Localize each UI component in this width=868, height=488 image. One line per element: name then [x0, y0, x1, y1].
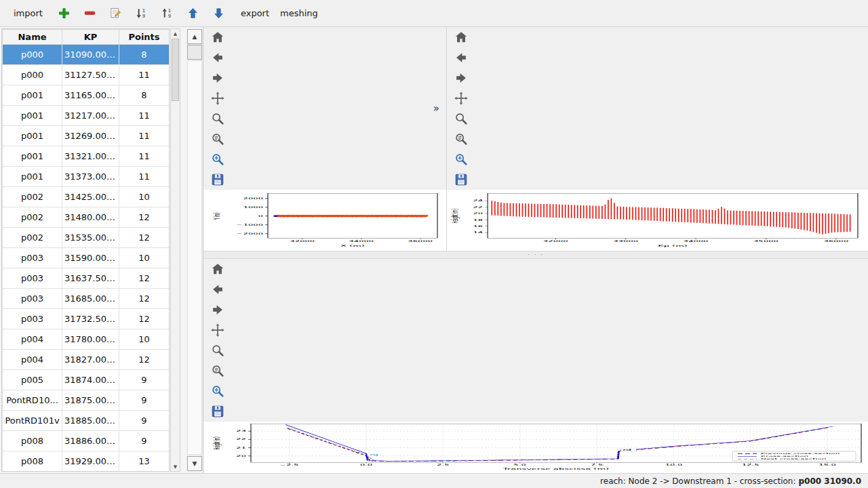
cell-points[interactable]: 8	[119, 45, 170, 65]
panel-scrollbar[interactable]: ▲ ▼	[186, 28, 203, 472]
back-button[interactable]	[208, 47, 228, 68]
cell-points[interactable]: 9	[119, 411, 170, 431]
cell-name[interactable]: p000	[3, 45, 62, 65]
cell-points[interactable]: 11	[119, 167, 170, 187]
table-row[interactable]: PontRD10...31875.00009	[3, 390, 170, 411]
cell-points[interactable]: 10	[119, 187, 170, 207]
cell-kp[interactable]: 31269.0000	[62, 126, 119, 146]
cell-points[interactable]: 11	[119, 65, 170, 85]
config-button[interactable]	[208, 361, 228, 381]
column-header-name[interactable]: Name	[3, 30, 62, 45]
zoom-rect-button[interactable]	[451, 149, 471, 169]
move-down-button[interactable]	[210, 4, 229, 23]
forward-button[interactable]	[451, 68, 471, 88]
cell-name[interactable]: p003	[3, 309, 62, 329]
config-button[interactable]	[451, 129, 471, 149]
table-row[interactable]: p00331590.000010	[3, 248, 170, 268]
zoom-rect-button[interactable]	[208, 381, 228, 401]
cell-kp[interactable]: 31590.0000	[62, 248, 119, 268]
horizontal-splitter[interactable]: · · ·	[203, 251, 868, 259]
cell-name[interactable]: p002	[3, 207, 62, 228]
cell-points[interactable]: 12	[119, 207, 170, 228]
table-row[interactable]: p00331637.500012	[3, 268, 170, 289]
save-button[interactable]	[451, 169, 471, 190]
pan-button[interactable]	[208, 88, 228, 108]
cell-kp[interactable]: 31535.0000	[62, 228, 119, 248]
cell-points[interactable]: 12	[119, 228, 170, 248]
cell-points[interactable]: 12	[119, 309, 170, 329]
cell-kp[interactable]: 31732.5000	[62, 309, 119, 329]
cell-kp[interactable]: 31217.0000	[62, 106, 119, 126]
cell-kp[interactable]: 31321.0000	[62, 146, 119, 167]
cell-name[interactable]: p001	[3, 106, 62, 126]
column-header-kp[interactable]: KP	[62, 30, 119, 45]
table-row[interactable]: p00031090.00008	[3, 45, 170, 65]
xy-plot-canvas[interactable]: 320003400036000−2000−1000010002000X (m)Y…	[203, 190, 446, 251]
cell-points[interactable]: 9	[119, 390, 170, 411]
cell-name[interactable]: p001	[3, 85, 62, 106]
cell-name[interactable]: p008	[3, 451, 62, 472]
table-row[interactable]: p00231425.000010	[3, 187, 170, 207]
add-button[interactable]	[55, 4, 74, 23]
table-row[interactable]: p00531874.00009	[3, 370, 170, 390]
panel-scrollbar-track[interactable]	[187, 60, 202, 455]
table-row[interactable]: p00431827.000012	[3, 350, 170, 370]
scroll-up-icon[interactable]: ▲	[171, 29, 180, 38]
cell-kp[interactable]: 31875.0000	[62, 390, 119, 411]
cell-kp[interactable]: 31929.0000	[62, 451, 119, 472]
import-button[interactable]: import	[8, 5, 48, 21]
cell-points[interactable]: 10	[119, 329, 170, 350]
column-header-points[interactable]: Points	[119, 30, 170, 45]
cell-kp[interactable]: 31127.5000	[62, 65, 119, 85]
remove-button[interactable]	[81, 4, 100, 23]
cell-points[interactable]: 11	[119, 146, 170, 167]
cell-points[interactable]: 11	[119, 126, 170, 146]
scroll-up-button[interactable]: ▲	[187, 29, 202, 44]
cell-points[interactable]: 9	[119, 431, 170, 451]
cell-name[interactable]: p001	[3, 146, 62, 167]
back-button[interactable]	[451, 47, 471, 68]
save-button[interactable]	[208, 169, 228, 190]
cell-kp[interactable]: 31827.0000	[62, 350, 119, 370]
table-row[interactable]: p00131321.000011	[3, 146, 170, 167]
cell-kp[interactable]: 31373.0000	[62, 167, 119, 187]
zoom-button[interactable]	[208, 340, 228, 361]
cell-kp[interactable]: 31480.0000	[62, 207, 119, 228]
pan-button[interactable]	[451, 88, 471, 108]
cell-name[interactable]: p004	[3, 350, 62, 370]
cell-kp[interactable]: 31165.0000	[62, 85, 119, 106]
cell-kp[interactable]: 31685.0000	[62, 289, 119, 309]
table-row[interactable]: p00331732.500012	[3, 309, 170, 329]
sort-asc-button[interactable]: 19	[158, 4, 177, 23]
toolbar-overflow-icon[interactable]: »	[431, 102, 442, 115]
cell-kp[interactable]: 31886.0000	[62, 431, 119, 451]
cell-points[interactable]: 11	[119, 106, 170, 126]
cell-name[interactable]: p003	[3, 268, 62, 289]
home-button[interactable]	[208, 27, 228, 47]
cell-name[interactable]: p005	[3, 370, 62, 390]
home-button[interactable]	[208, 259, 228, 279]
cell-points[interactable]: 10	[119, 248, 170, 268]
table-row[interactable]: p00131165.00008	[3, 85, 170, 106]
table-scrollbar[interactable]: ▲ ▼	[170, 28, 180, 472]
back-button[interactable]	[208, 279, 228, 300]
cell-name[interactable]: p002	[3, 228, 62, 248]
table-row[interactable]: p00331685.000012	[3, 289, 170, 309]
pan-button[interactable]	[208, 320, 228, 340]
cell-name[interactable]: p003	[3, 248, 62, 268]
table-row[interactable]: p00031127.500011	[3, 65, 170, 85]
cell-kp[interactable]: 31425.0000	[62, 187, 119, 207]
home-button[interactable]	[451, 27, 471, 47]
table-row[interactable]: p00131217.000011	[3, 106, 170, 126]
cell-name[interactable]: p000	[3, 65, 62, 85]
cell-name[interactable]: p008	[3, 431, 62, 451]
table-row[interactable]: p00231480.000012	[3, 207, 170, 228]
table-row[interactable]: p00831929.000013	[3, 451, 170, 472]
cell-points[interactable]: 12	[119, 289, 170, 309]
zoom-button[interactable]	[208, 108, 228, 129]
cell-name[interactable]: p002	[3, 187, 62, 207]
cell-name[interactable]: p004	[3, 329, 62, 350]
forward-button[interactable]	[208, 300, 228, 320]
table-row[interactable]: p00131269.000011	[3, 126, 170, 146]
cell-name[interactable]: p003	[3, 289, 62, 309]
